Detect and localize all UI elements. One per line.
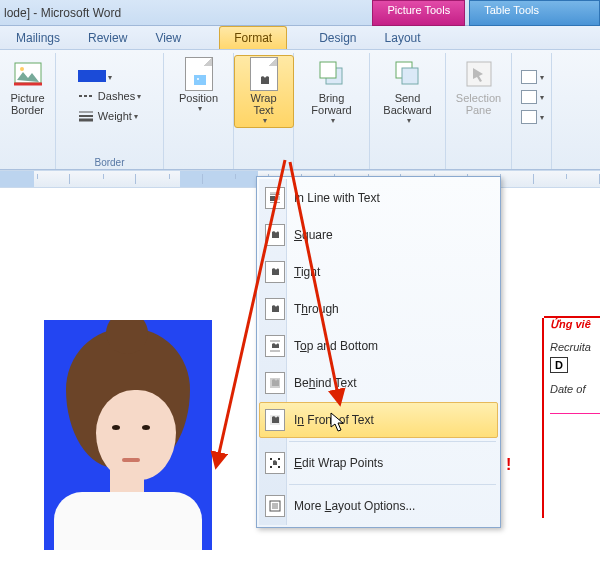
chevron-down-icon: ▾ [263,116,267,125]
bring-forward-label: Bring Forward [311,92,351,116]
selection-pane-group: Selection Pane [446,53,512,169]
table-tools-label: Table Tools [469,0,600,26]
menu-in-line-with-text[interactable]: In Line with Text [259,180,498,216]
chevron-down-icon: ▾ [134,112,138,121]
align-button[interactable]: ▾ [516,68,548,86]
more-options-icon [265,495,285,517]
tab-layout[interactable]: Layout [371,27,435,49]
svg-rect-10 [270,458,272,460]
selection-pane-button[interactable]: Selection Pane [449,55,509,119]
form-box: D [550,357,568,373]
form-snippet: Ứng viê Recruita D Date of [542,318,600,518]
cursor-pointer-icon [330,412,346,434]
selection-pane-icon [463,58,495,90]
svg-rect-7 [402,68,418,84]
ribbon-tabs: Mailings Review View Format Design Layou… [0,26,600,50]
square-icon [265,224,285,246]
wrap-text-group: Wrap Text ▾ [234,53,294,169]
menu-separator [289,441,496,442]
send-backward-button[interactable]: Send Backward ▾ [378,55,438,128]
menu-through[interactable]: Through [259,291,498,327]
tab-review[interactable]: Review [74,27,141,49]
svg-rect-11 [278,458,280,460]
send-backward-label: Send Backward [383,92,431,116]
chevron-down-icon: ▾ [331,116,335,125]
position-button[interactable]: Position ▾ [169,55,229,116]
selection-pane-label: Selection Pane [456,92,501,116]
position-group: Position ▾ [164,53,234,169]
red-exclamation: ! [506,456,511,474]
chevron-down-icon: ▾ [540,113,544,122]
bring-forward-group: Bring Forward ▾ [294,53,370,169]
chevron-down-icon: ▾ [198,104,202,113]
position-label: Position [179,92,218,104]
weight-button[interactable]: Weight▾ [74,107,142,125]
through-icon [265,298,285,320]
tab-mailings[interactable]: Mailings [2,27,74,49]
menu-in-front-of-text[interactable]: In Front of Text [259,402,498,438]
tight-icon [265,261,285,283]
tab-view[interactable]: View [141,27,195,49]
svg-point-1 [20,67,24,71]
picture-tools-label: Picture Tools [372,0,465,26]
behind-icon [265,372,285,394]
in-front-icon [265,409,285,431]
menu-behind-text[interactable]: Behind Text [259,365,498,401]
menu-square[interactable]: SSquarequare [259,217,498,253]
form-heading: Ứng viê [550,318,600,331]
ribbon: Picture Border ▾ Dashes▾ Weight▾ Border … [0,50,600,170]
inline-icon [265,187,285,209]
top-bottom-icon [265,335,285,357]
group-border: ▾ Dashes▾ Weight▾ Border [56,53,164,169]
position-icon [183,58,215,90]
tab-design[interactable]: Design [305,27,370,49]
menu-top-and-bottom[interactable]: Top and Bottom [259,328,498,364]
weight-icon [78,108,94,124]
wrap-text-icon [248,58,280,90]
dashes-button[interactable]: Dashes▾ [74,87,145,105]
svg-rect-12 [270,466,272,468]
group-objects-button[interactable]: ▾ [516,88,548,106]
menu-separator [289,484,496,485]
chevron-down-icon: ▾ [137,92,141,101]
chevron-down-icon: ▾ [540,93,544,102]
dashes-icon [78,88,94,104]
chevron-down-icon: ▾ [407,116,411,125]
menu-edit-wrap-points[interactable]: Edit Wrap Points [259,445,498,481]
edit-points-icon [265,452,285,474]
chevron-down-icon: ▾ [108,73,112,82]
wrap-text-menu: In Line with Text SSquarequare Tight Thr… [256,176,501,528]
menu-more-layout-options[interactable]: More Layout Options... [259,488,498,524]
svg-rect-13 [278,466,280,468]
rotate-icon [521,110,537,124]
send-backward-group: Send Backward ▾ [370,53,446,169]
picture-border-label: Picture Border [10,92,44,116]
svg-rect-9 [270,196,275,201]
wrap-text-label: Wrap Text [250,92,276,116]
align-icon [521,70,537,84]
wrap-text-button[interactable]: Wrap Text ▾ [234,55,294,128]
group-icon [521,90,537,104]
window-title: lode] - Microsoft Word [4,6,121,20]
menu-tight[interactable]: Tight [259,254,498,290]
tab-format[interactable]: Format [219,26,287,49]
send-backward-icon [392,58,424,90]
align-group: ▾ ▾ ▾ [512,53,552,169]
group-picture-border-left: Picture Border [0,53,56,169]
border-color-button[interactable]: ▾ [74,69,116,85]
svg-rect-2 [194,75,206,85]
group-label-border: Border [56,156,163,169]
color-swatch-icon [78,70,106,82]
inserted-photo[interactable] [44,320,212,550]
svg-rect-5 [320,62,336,78]
picture-border-button[interactable]: Picture Border [0,55,58,119]
bring-forward-button[interactable]: Bring Forward ▾ [302,55,362,128]
form-date: Date of [550,383,600,395]
contextual-tabs: Picture Tools Table Tools [372,0,600,26]
picture-border-icon [12,58,44,90]
chevron-down-icon: ▾ [540,73,544,82]
form-recruit: Recruita [550,341,600,353]
rotate-button[interactable]: ▾ [516,108,548,126]
bring-forward-icon [316,58,348,90]
svg-point-3 [197,78,199,80]
